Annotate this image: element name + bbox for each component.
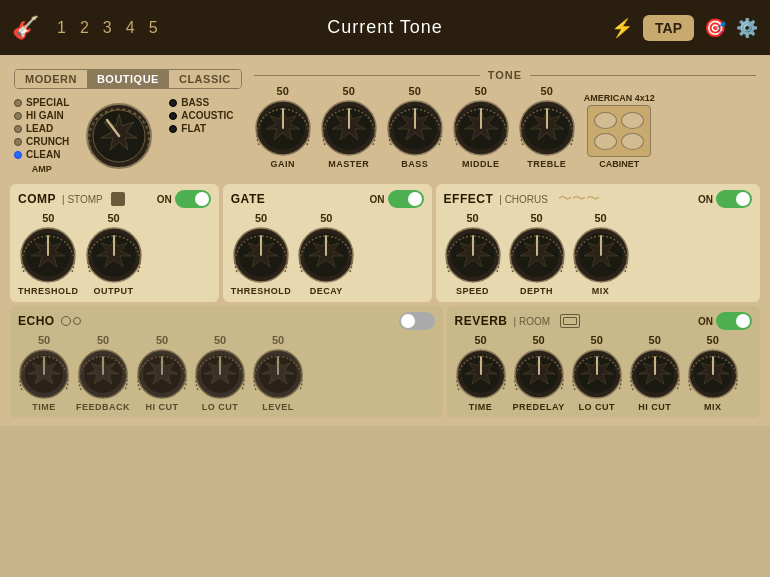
reverb-locut-knob[interactable]: [571, 348, 623, 400]
echo-knob-locut: 50 LO CUT: [194, 334, 246, 412]
nav-5[interactable]: 5: [149, 19, 158, 37]
comp-subtitle: | STOMP: [62, 194, 103, 205]
effect-depth-label: DEPTH: [520, 286, 553, 296]
settings-icon[interactable]: ⚙️: [736, 17, 758, 39]
comp-threshold-label: THRESHOLD: [18, 286, 79, 296]
nav-2[interactable]: 2: [80, 19, 89, 37]
echo-circle-2: [73, 317, 81, 325]
nav-4[interactable]: 4: [126, 19, 135, 37]
echo-time-knob[interactable]: [18, 348, 70, 400]
reverb-predelay-value: 50: [532, 334, 544, 346]
gate-header: GATE ON: [231, 190, 424, 208]
treble-knob[interactable]: [518, 99, 576, 157]
tap-button[interactable]: TAP: [643, 15, 694, 41]
middle-label: MIDDLE: [462, 159, 500, 169]
echo-knob-level: 50 LEVEL: [252, 334, 304, 412]
reverb-locut-label: LO CUT: [578, 402, 615, 412]
dot-lead: [14, 125, 22, 133]
echo-level-knob[interactable]: [252, 348, 304, 400]
reverb-predelay-knob[interactable]: [513, 348, 565, 400]
tuner-icon[interactable]: 🎯: [704, 17, 726, 39]
comp-knob-threshold: 50 THRESHOLD: [18, 212, 79, 296]
guitar-icon: 🎸: [12, 15, 39, 41]
effect-speed-knob[interactable]: [444, 226, 502, 284]
echo-feedback-label: FEEDBACK: [76, 402, 130, 412]
amp-opt-bass[interactable]: BASS: [169, 97, 233, 108]
master-knob[interactable]: [320, 99, 378, 157]
reverb-title: REVERB: [455, 314, 508, 328]
reverb-mix-knob[interactable]: [687, 348, 739, 400]
amp-opt-crunch[interactable]: CRUNCH: [14, 136, 69, 147]
comp-on-label: ON: [157, 194, 172, 205]
gate-threshold-knob[interactable]: [232, 226, 290, 284]
gate-knobs: 50 THRESHOLD 50: [231, 212, 424, 296]
reverb-toggle-track[interactable]: [716, 312, 752, 330]
echo-feedback-value: 50: [97, 334, 109, 346]
comp-output-knob[interactable]: [85, 226, 143, 284]
echo-level-label: LEVEL: [262, 402, 294, 412]
gate-decay-knob[interactable]: [297, 226, 355, 284]
comp-knob-output: 50 OUTPUT: [85, 212, 143, 296]
echo-toggle[interactable]: [399, 312, 435, 330]
mode-classic[interactable]: CLASSIC: [169, 70, 241, 88]
effect-depth-knob[interactable]: [508, 226, 566, 284]
echo-hicut-knob[interactable]: [136, 348, 188, 400]
echo-knob-hicut: 50 HI CUT: [136, 334, 188, 412]
effect-mix-knob[interactable]: [572, 226, 630, 284]
amp-opt-lead[interactable]: LEAD: [14, 123, 69, 134]
cab-speaker-3: [594, 133, 617, 150]
gate-toggle[interactable]: ON: [370, 190, 424, 208]
echo-hicut-value: 50: [156, 334, 168, 346]
middle-knob[interactable]: [452, 99, 510, 157]
amp-col-left: SPECIAL HI GAIN LEAD CRUNCH CLEAN AMP: [14, 97, 69, 174]
reverb-hicut-knob[interactable]: [629, 348, 681, 400]
bottom-row: ECHO 50: [10, 306, 760, 418]
master-value: 50: [343, 85, 355, 97]
comp-knobs: 50 THRESHOLD 50: [18, 212, 211, 296]
reverb-header: REVERB | ROOM ON: [455, 312, 753, 330]
effect-mix-label: MIX: [592, 286, 610, 296]
reverb-toggle-thumb: [736, 314, 750, 328]
effect-knob-mix: 50 MIX: [572, 212, 630, 296]
echo-feedback-knob[interactable]: [77, 348, 129, 400]
effect-panel: EFFECT | CHORUS 〜〜〜 ON 50: [436, 184, 760, 302]
bluetooth-icon: ⚡: [611, 17, 633, 39]
amp-opt-special[interactable]: SPECIAL: [14, 97, 69, 108]
comp-toggle-track[interactable]: [175, 190, 211, 208]
gain-knob[interactable]: [254, 99, 312, 157]
comp-threshold-knob[interactable]: [19, 226, 77, 284]
middle-value: 50: [475, 85, 487, 97]
amp-opt-higain[interactable]: HI GAIN: [14, 110, 69, 121]
reverb-time-knob[interactable]: [455, 348, 507, 400]
effect-mix-value: 50: [594, 212, 606, 224]
echo-hicut-label: HI CUT: [146, 402, 179, 412]
effect-toggle-track[interactable]: [716, 190, 752, 208]
comp-toggle-thumb: [195, 192, 209, 206]
tone-label-row: TONE: [254, 69, 756, 81]
reverb-knob-predelay: 50 PREDELAY: [513, 334, 565, 412]
nav-1[interactable]: 1: [57, 19, 66, 37]
amp-knob[interactable]: [85, 102, 153, 170]
comp-toggle[interactable]: ON: [157, 190, 211, 208]
echo-toggle-track[interactable]: [399, 312, 435, 330]
reverb-toggle[interactable]: ON: [698, 312, 752, 330]
mode-modern[interactable]: MODERN: [15, 70, 87, 88]
reverb-knob-hicut: 50 HI CUT: [629, 334, 681, 412]
echo-knobs: 50 TIME 50: [18, 334, 435, 412]
cabinet-box[interactable]: [587, 105, 651, 157]
amp-opt-acoustic[interactable]: ACOUSTIC: [169, 110, 233, 121]
gate-toggle-track[interactable]: [388, 190, 424, 208]
effect-toggle[interactable]: ON: [698, 190, 752, 208]
echo-locut-knob[interactable]: [194, 348, 246, 400]
amp-knobs-row: 50 GAIN 50: [254, 85, 756, 169]
bass-knob[interactable]: [386, 99, 444, 157]
mode-boutique[interactable]: BOUTIQUE: [87, 70, 169, 88]
nav-3[interactable]: 3: [103, 19, 112, 37]
amp-opt-flat[interactable]: FLAT: [169, 123, 233, 134]
stomp-icon: [111, 192, 125, 206]
amp-opt-clean[interactable]: CLEAN: [14, 149, 69, 160]
reverb-locut-value: 50: [591, 334, 603, 346]
treble-label: TREBLE: [527, 159, 566, 169]
echo-locut-value: 50: [214, 334, 226, 346]
amp-label: AMP: [14, 164, 69, 174]
